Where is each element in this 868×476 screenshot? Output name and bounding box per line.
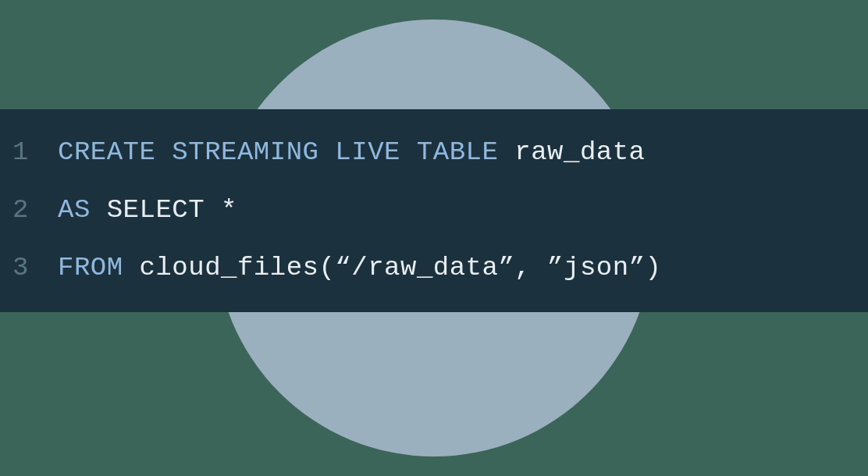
line-number: 2 — [12, 197, 58, 223]
code-content: AS SELECT * — [58, 197, 237, 223]
token-plain — [91, 195, 107, 225]
code-content: CREATE STREAMING LIVE TABLE raw_data — [58, 139, 646, 165]
token-identifier: cloud_files(“/raw_data”, ”json”) — [140, 253, 662, 282]
line-number: 3 — [12, 254, 58, 281]
code-block: 1 CREATE STREAMING LIVE TABLE raw_data 2… — [0, 109, 868, 312]
token-identifier: SELECT * — [107, 195, 237, 225]
token-plain — [498, 137, 514, 167]
code-line-3: 3 FROM cloud_files(“/raw_data”, ”json”) — [0, 254, 868, 281]
token-keyword: AS — [58, 195, 91, 225]
code-line-1: 1 CREATE STREAMING LIVE TABLE raw_data — [0, 139, 868, 165]
token-keyword: CREATE STREAMING LIVE TABLE — [58, 137, 498, 167]
code-line-2: 2 AS SELECT * — [0, 197, 868, 223]
token-keyword: FROM — [58, 253, 123, 282]
token-identifier: raw_data — [514, 137, 645, 167]
line-number: 1 — [12, 139, 58, 165]
code-content: FROM cloud_files(“/raw_data”, ”json”) — [58, 254, 661, 281]
token-plain — [123, 253, 140, 282]
